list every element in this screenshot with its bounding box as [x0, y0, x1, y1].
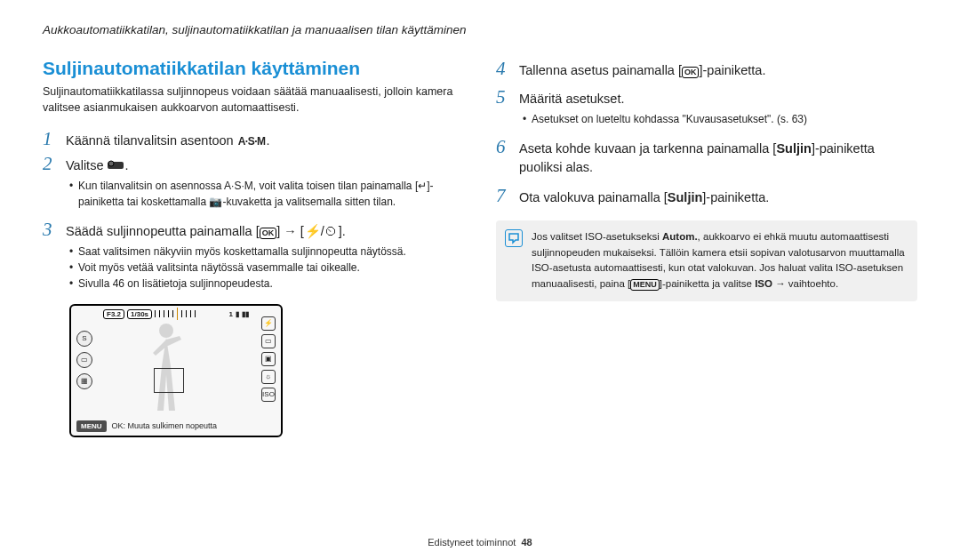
svg-point-2 [159, 324, 173, 338]
focus-icon: ▣ [261, 352, 276, 366]
step-mid: ] → [ [276, 224, 304, 238]
asm-icon: A·S·M [238, 133, 266, 149]
step-post: ]. [339, 224, 346, 238]
step-1: 1 Käännä tilanvalitsin asentoon A·S·M. [43, 128, 464, 151]
screen-hint: OK: Muuta sulkimen nopeutta [112, 421, 218, 430]
step-post: ]-painiketta. [702, 190, 769, 204]
step-number: 4 [496, 58, 519, 80]
gallery-icon: ▦ [76, 373, 92, 389]
step-2-bullets: Kun tilanvalitsin on asennossa A·S·M, vo… [69, 178, 464, 210]
suljin-bold: Suljin [776, 141, 811, 156]
left-column: Suljinautomatiikkatilan käyttäminen Sulj… [43, 58, 464, 437]
focus-frame-icon [154, 368, 184, 393]
step-pre: Valitse [66, 158, 107, 172]
section-desc: Suljinautomatiikkatilassa suljinnopeus v… [43, 84, 464, 116]
menu-button: MENU [76, 420, 107, 432]
wb-icon: ☼ [261, 370, 276, 384]
step-text: Käännä tilanvalitsin asentoon A·S·M. [66, 132, 270, 151]
note-bold: Autom. [662, 231, 698, 242]
battery-icon: ▮▮ [242, 310, 249, 318]
drive-icon: ▭ [76, 352, 92, 368]
mode-dial-icon [108, 156, 124, 176]
step-number: 1 [43, 128, 66, 150]
iso-icon: ISO [261, 388, 276, 402]
screen-top-bar: F3.2 1/30s 1 ▮ ▮▮ [103, 309, 249, 319]
page-footer: Edistyneet toiminnot 48 [0, 537, 960, 548]
step-number: 5 [496, 86, 519, 108]
bullet: Sivulla 46 on lisätietoja suljinnopeudes… [69, 276, 464, 292]
step-text: Valitse . [66, 156, 129, 176]
screen-left-icons: S ▭ ▦ [76, 331, 92, 389]
step-post: ]-painiketta. [699, 63, 765, 77]
ev-scale-icon [155, 310, 199, 317]
step-3-bullets: Saat valitsimen näkyviin myös koskettama… [69, 244, 464, 292]
step-5-bullets: Asetukset on lueteltu kohdassa "Kuvausas… [523, 111, 917, 127]
sd-icon: ▮ [236, 310, 239, 318]
step-4: 4 Tallenna asetus painamalla [OK]-painik… [496, 58, 917, 81]
flash-off-icon: ⚡ [261, 316, 276, 331]
svg-point-1 [108, 161, 114, 166]
footer-page: 48 [521, 537, 532, 548]
section-title: Suljinautomatiikkatilan käyttäminen [43, 58, 464, 79]
step-text: Tallenna asetus painamalla [OK]-painiket… [519, 61, 765, 81]
step-number: 6 [496, 136, 519, 158]
step-text: Säädä suljinnopeutta painamalla [OK] → [… [66, 222, 346, 242]
bullet: Voit myös vetää valitsinta näytössä vase… [69, 260, 464, 276]
frame-count: 1 [229, 310, 233, 318]
aperture-value: F3.2 [103, 309, 124, 319]
note-icon [505, 229, 523, 247]
bullet: Kun tilanvalitsin on asennossa A·S·M, vo… [69, 178, 464, 210]
step-6: 6 Aseta kohde kuvaan ja tarkenna painama… [496, 136, 917, 179]
ok-icon: OK [260, 228, 277, 239]
flash-timer-icon: ⚡/⏲ [305, 222, 338, 242]
note-text: Jos valitset ISO-asetukseksi Autom., auk… [532, 231, 905, 289]
footer-section: Edistyneet toiminnot [428, 537, 516, 548]
bullet: Asetukset on lueteltu kohdassa "Kuvausas… [523, 111, 917, 127]
step-2: 2 Valitse . [43, 153, 464, 176]
mode-icon: S [76, 331, 92, 347]
step-number: 7 [496, 185, 519, 207]
breadcrumb: Aukkoautomatiikkatilan, suljinautomatiik… [43, 23, 917, 36]
step-pre: Aseta kohde kuvaan ja tarkenna painamall… [519, 141, 776, 156]
bullet: Saat valitsimen näkyviin myös koskettama… [69, 244, 464, 260]
step-pre: Ota valokuva painamalla [ [519, 190, 668, 204]
step-number: 2 [43, 153, 66, 175]
screen-frame: F3.2 1/30s 1 ▮ ▮▮ S ▭ ▦ ⚡ ▭ ▣ ☼ [69, 304, 283, 437]
step-text: Aseta kohde kuvaan ja tarkenna painamall… [519, 140, 917, 179]
camera-screen: F3.2 1/30s 1 ▮ ▮▮ S ▭ ▦ ⚡ ▭ ▣ ☼ [69, 304, 283, 437]
note-bold: ISO [755, 278, 772, 289]
step-post: . [124, 158, 128, 172]
screen-right-icons: ⚡ ▭ ▣ ☼ ISO [261, 316, 276, 402]
step-pre: Säädä suljinnopeutta painamalla [ [66, 224, 260, 238]
step-pre: Tallenna asetus painamalla [ [519, 63, 682, 77]
right-column: 4 Tallenna asetus painamalla [OK]-painik… [496, 58, 917, 437]
step-3: 3 Säädä suljinnopeutta painamalla [OK] →… [43, 219, 464, 242]
ok-icon: OK [682, 67, 700, 78]
step-5: 5 Määritä asetukset. [496, 86, 917, 109]
note-box: Jos valitset ISO-asetukseksi Autom., auk… [496, 220, 917, 301]
suljin-bold: Suljin [668, 190, 702, 204]
step-7: 7 Ota valokuva painamalla [Suljin]-paini… [496, 185, 917, 208]
screen-bottom-bar: MENU OK: Muuta sulkimen nopeutta [76, 420, 276, 432]
menu-icon: MENU [630, 279, 660, 291]
step-pre: Käännä tilanvalitsin asentoon [66, 133, 237, 148]
size-icon: ▭ [261, 334, 276, 348]
shutter-value: 1/30s [127, 309, 152, 319]
step-text: Ota valokuva painamalla [Suljin]-painike… [519, 188, 769, 208]
step-number: 3 [43, 219, 66, 241]
step-text: Määritä asetukset. [519, 90, 624, 109]
step-post: . [267, 133, 270, 148]
